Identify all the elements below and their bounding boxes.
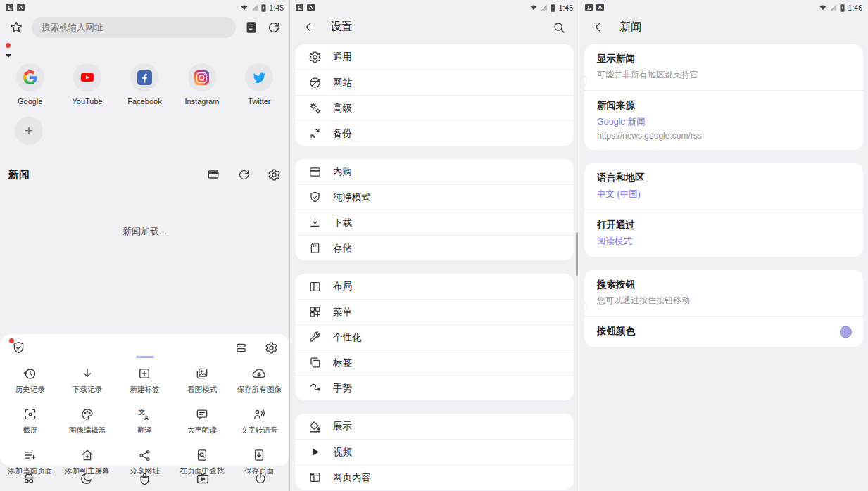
- play-icon: [309, 446, 321, 458]
- button-color-swatch[interactable]: [840, 326, 852, 338]
- menu-item-screenshot[interactable]: 截屏: [1, 407, 58, 435]
- settings-group-4: 展示 视频 网页内容: [295, 414, 574, 490]
- incognito-icon[interactable]: [21, 471, 37, 486]
- news-card-view-icon[interactable]: [206, 167, 220, 181]
- row-language-region[interactable]: 语言和地区 中文 (中国): [584, 163, 863, 210]
- news-source-value[interactable]: Google 新闻: [597, 116, 850, 128]
- row-show-news[interactable]: 显示新闻 可能并非所有地区都支持它: [584, 44, 863, 90]
- menu-item-image-mode[interactable]: 看图模式: [173, 366, 230, 395]
- gallery-notification-icon: [296, 4, 303, 11]
- page-title: 设置: [330, 20, 552, 34]
- gesture-icon: [308, 381, 322, 395]
- toggle-knob: [584, 75, 586, 87]
- sync-icon: [308, 127, 322, 140]
- settings-item-iap[interactable]: 内购: [295, 159, 574, 184]
- signal-icon: [251, 4, 259, 11]
- search-input[interactable]: [32, 17, 236, 38]
- open-with-value[interactable]: 阅读模式: [597, 236, 850, 248]
- search-icon[interactable]: [552, 20, 566, 34]
- news-card-locale: 语言和地区 中文 (中国) 打开通过 阅读模式: [584, 163, 863, 257]
- battery-icon: [840, 4, 845, 12]
- language-value[interactable]: 中文 (中国): [597, 189, 850, 200]
- quick-link-instagram[interactable]: Instagram: [173, 63, 230, 106]
- adblock-badge-dot: [6, 43, 11, 48]
- row-search-button[interactable]: 搜索按钮 您可以通过按住按钮移动: [584, 270, 863, 316]
- adblock-menu-caret-row: [0, 51, 289, 56]
- menu-item-text-to-speech[interactable]: 文字转语音: [231, 407, 288, 435]
- settings-item-backup[interactable]: 备份: [295, 120, 574, 146]
- web-content-icon: [308, 471, 322, 484]
- row-button-color[interactable]: 按钮颜色: [584, 316, 863, 347]
- settings-item-websites[interactable]: 网站: [295, 70, 574, 95]
- translate-icon: 文A: [137, 407, 151, 421]
- instagram-logo-icon: [194, 70, 209, 85]
- page-title: 新闻: [619, 20, 855, 34]
- quick-links: Google YouTube Facebook Instagram Twitte…: [0, 63, 289, 106]
- screen-settings: A 1:45 设置 通用 网站 高级 备份: [289, 0, 579, 491]
- gear-icon: [308, 51, 322, 64]
- settings-item-general[interactable]: 通用: [295, 44, 574, 70]
- menu-item-new-tab[interactable]: 新建标签: [116, 366, 173, 395]
- power-exit-icon[interactable]: [253, 471, 268, 485]
- bookmark-star-icon[interactable]: [8, 20, 24, 35]
- night-mode-moon-icon[interactable]: [80, 471, 94, 485]
- settings-item-storage[interactable]: 存储: [295, 235, 574, 260]
- menu-item-history[interactable]: 历史记录: [1, 366, 58, 395]
- screen-home: A 1:45 Google YouTube: [0, 0, 289, 491]
- menu-item-image-editor[interactable]: 图像编辑器: [58, 407, 115, 435]
- refresh-icon[interactable]: [267, 20, 281, 34]
- add-current-page-icon: [23, 448, 37, 462]
- adblock-indicator[interactable]: [0, 39, 289, 51]
- menu-item-translate[interactable]: 文A 翻译: [116, 407, 173, 435]
- settings-item-menu[interactable]: 菜单: [295, 299, 574, 324]
- status-time: 1:45: [559, 4, 573, 12]
- settings-header: 设置: [290, 13, 579, 39]
- menu-item-save-all-images[interactable]: 保存所有图像: [231, 366, 288, 395]
- screenshot-icon: [23, 407, 37, 421]
- shield-check-icon: [11, 340, 26, 355]
- quick-link-google[interactable]: Google: [1, 63, 58, 106]
- settings-group-3: 布局 菜单 个性化 标签 手势: [295, 274, 574, 400]
- quick-link-youtube[interactable]: YouTube: [58, 63, 115, 106]
- back-arrow-icon[interactable]: [303, 21, 315, 33]
- reading-list-icon[interactable]: [244, 20, 259, 35]
- gallery-notification-icon: [6, 4, 13, 11]
- settings-item-advanced[interactable]: 高级: [295, 95, 574, 120]
- address-toolbar: [0, 13, 289, 39]
- layout-icon: [308, 280, 322, 293]
- signal-icon: [540, 4, 548, 11]
- settings-item-tabs[interactable]: 标签: [295, 350, 574, 375]
- news-settings-header: 新闻: [579, 13, 868, 39]
- image-mode-icon: [195, 366, 209, 381]
- menu-grid-icon: [308, 305, 322, 319]
- battery-icon: [261, 4, 266, 12]
- menu-layout-rows-icon[interactable]: [234, 341, 248, 355]
- row-open-with[interactable]: 打开通过 阅读模式: [584, 210, 863, 257]
- back-arrow-icon[interactable]: [592, 21, 604, 33]
- video-mode-tv-icon[interactable]: [195, 471, 210, 486]
- user-shield-icon[interactable]: [137, 471, 152, 486]
- menu-settings-gear-icon[interactable]: [265, 341, 278, 355]
- menu-sheet-header: [0, 334, 289, 355]
- settings-item-pure-mode[interactable]: 纯净模式: [295, 184, 574, 210]
- add-quick-link-button[interactable]: +: [15, 117, 43, 145]
- adblock-shield-button[interactable]: [11, 340, 26, 355]
- shield-check-icon: [308, 191, 322, 204]
- news-refresh-icon[interactable]: [237, 168, 251, 181]
- news-settings-gear-icon[interactable]: [268, 168, 281, 181]
- row-news-source[interactable]: 新闻来源 Google 新闻 https://news.google.com/r…: [584, 90, 863, 150]
- settings-item-video[interactable]: 视频: [295, 439, 574, 464]
- settings-item-download[interactable]: 下载: [295, 210, 574, 235]
- menu-item-read-aloud[interactable]: 大声朗读: [173, 407, 230, 435]
- settings-item-personalization[interactable]: 个性化: [295, 324, 574, 350]
- settings-item-gestures[interactable]: 手势: [295, 375, 574, 400]
- settings-item-layout[interactable]: 布局: [295, 274, 574, 299]
- quick-link-twitter[interactable]: Twitter: [231, 63, 288, 106]
- quick-link-facebook[interactable]: Facebook: [116, 63, 173, 106]
- settings-item-display[interactable]: 展示: [295, 414, 574, 439]
- scrollbar-thumb[interactable]: [576, 232, 578, 276]
- caret-down-icon[interactable]: [6, 54, 11, 58]
- menu-item-downloads[interactable]: 下载记录: [58, 366, 115, 395]
- settings-item-web-content[interactable]: 网页内容: [295, 464, 574, 490]
- gallery-notification-icon: [585, 4, 593, 11]
